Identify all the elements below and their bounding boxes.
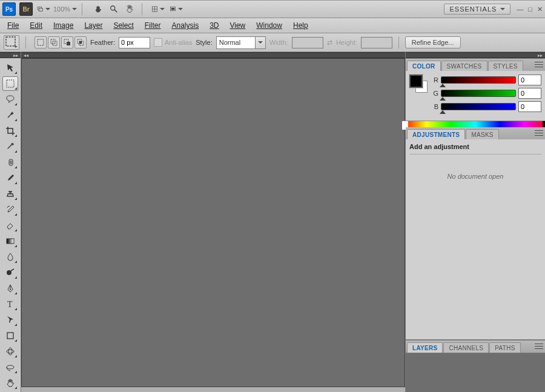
svg-rect-9 bbox=[6, 37, 15, 46]
marquee-tool-icon[interactable] bbox=[2, 76, 18, 91]
menu-analysis[interactable]: Analysis bbox=[167, 19, 203, 32]
blur-tool-icon[interactable] bbox=[2, 250, 18, 264]
workspace-switcher[interactable]: ESSENTIALS bbox=[444, 4, 510, 15]
svg-rect-14 bbox=[67, 42, 70, 45]
eraser-tool-icon[interactable] bbox=[2, 218, 18, 233]
hand-tool-icon[interactable] bbox=[2, 376, 18, 390]
style-select[interactable]: Normal bbox=[216, 36, 266, 49]
right-panels-collapse-bar[interactable]: ▸▸ bbox=[406, 52, 545, 58]
menu-select[interactable]: Select bbox=[108, 19, 138, 32]
g-input[interactable] bbox=[518, 88, 541, 99]
tab-adjustments[interactable]: ADJUSTMENTS bbox=[407, 129, 465, 139]
color-panel: COLOR SWATCHES STYLES R bbox=[406, 58, 545, 127]
canvas-area bbox=[21, 58, 405, 387]
svg-rect-29 bbox=[7, 333, 13, 339]
svg-rect-24 bbox=[7, 239, 14, 244]
r-input[interactable] bbox=[518, 75, 541, 85]
shape-tool-icon[interactable] bbox=[2, 328, 18, 343]
tab-color[interactable]: COLOR bbox=[407, 61, 441, 71]
eyedropper-tool-icon[interactable] bbox=[2, 139, 18, 154]
menu-window[interactable]: Window bbox=[251, 19, 287, 32]
menu-layer[interactable]: Layer bbox=[79, 19, 107, 32]
menu-filter[interactable]: Filter bbox=[140, 19, 166, 32]
maximize-button[interactable]: □ bbox=[528, 5, 532, 13]
b-input[interactable] bbox=[518, 101, 541, 112]
feather-label: Feather: bbox=[90, 39, 115, 46]
move-tool-icon[interactable] bbox=[2, 61, 18, 75]
lasso-tool-icon[interactable] bbox=[2, 92, 18, 107]
style-label: Style: bbox=[196, 39, 213, 46]
menu-help[interactable]: Help bbox=[288, 19, 313, 32]
adjustments-panel-menu-icon[interactable] bbox=[535, 129, 543, 136]
menu-3d[interactable]: 3D bbox=[205, 19, 223, 32]
zoom-display[interactable]: 100% bbox=[53, 5, 77, 13]
g-label: G bbox=[432, 90, 438, 97]
b-label: B bbox=[432, 103, 438, 110]
close-button[interactable]: ✕ bbox=[537, 5, 543, 13]
status-bar bbox=[21, 387, 405, 392]
svg-point-2 bbox=[111, 6, 115, 10]
document-tabs-bar[interactable]: ◂◂ bbox=[21, 52, 405, 58]
magic-wand-tool-icon[interactable] bbox=[2, 108, 18, 122]
zoom-tool-icon[interactable] bbox=[107, 2, 121, 16]
svg-point-30 bbox=[7, 350, 14, 353]
layers-panel-menu-icon[interactable] bbox=[535, 342, 543, 350]
tool-preset-picker[interactable] bbox=[4, 35, 19, 50]
add-selection-icon[interactable] bbox=[48, 36, 60, 48]
tools-collapse-bar[interactable]: ▸▸ bbox=[0, 52, 21, 58]
tab-channels[interactable]: CHANNELS bbox=[443, 342, 489, 353]
dodge-tool-icon[interactable] bbox=[2, 265, 18, 280]
menu-view[interactable]: View bbox=[225, 19, 250, 32]
history-brush-tool-icon[interactable] bbox=[2, 202, 18, 217]
crop-tool-icon[interactable] bbox=[2, 124, 18, 138]
launch-minibridge-icon[interactable] bbox=[36, 2, 51, 16]
height-label: Height: bbox=[336, 39, 357, 46]
svg-point-25 bbox=[7, 270, 12, 275]
healing-brush-tool-icon[interactable] bbox=[2, 155, 18, 170]
antialias-checkbox: Anti-alias bbox=[154, 38, 192, 47]
fg-bg-swatches[interactable] bbox=[409, 75, 428, 93]
color-panel-menu-icon[interactable] bbox=[535, 61, 543, 68]
application-bar: Ps Br 100% ESSENTIALS — □ ✕ bbox=[0, 1, 545, 18]
tab-paths[interactable]: PATHS bbox=[489, 342, 520, 353]
new-selection-icon[interactable] bbox=[35, 36, 47, 48]
foreground-color-swatch[interactable] bbox=[409, 75, 423, 88]
intersect-selection-icon[interactable] bbox=[74, 36, 87, 48]
arrange-documents-icon[interactable] bbox=[151, 2, 165, 16]
photoshop-icon[interactable]: Ps bbox=[2, 2, 16, 16]
gradient-tool-icon[interactable] bbox=[2, 234, 18, 248]
menu-edit[interactable]: Edit bbox=[25, 19, 47, 32]
refine-edge-button[interactable]: Refine Edge... bbox=[405, 36, 461, 48]
options-bar: Feather: Anti-alias Style: Normal Width:… bbox=[0, 33, 545, 52]
subtract-selection-icon[interactable] bbox=[61, 36, 73, 48]
tab-layers[interactable]: LAYERS bbox=[407, 342, 443, 353]
brush-tool-icon[interactable] bbox=[2, 171, 18, 185]
svg-rect-18 bbox=[7, 80, 14, 87]
adjustments-empty-message: No document open bbox=[409, 173, 541, 180]
r-slider[interactable] bbox=[441, 76, 516, 84]
bridge-icon[interactable]: Br bbox=[19, 2, 33, 16]
3d-rotate-tool-icon[interactable] bbox=[2, 344, 18, 359]
tab-styles[interactable]: STYLES bbox=[488, 61, 523, 71]
menu-file[interactable]: File bbox=[2, 19, 24, 32]
b-slider[interactable] bbox=[441, 103, 516, 110]
rotate-view-icon[interactable] bbox=[122, 2, 137, 16]
3d-camera-tool-icon[interactable] bbox=[2, 360, 18, 374]
g-slider[interactable] bbox=[441, 90, 516, 97]
pen-tool-icon[interactable] bbox=[2, 281, 18, 296]
layers-panel-body bbox=[406, 353, 545, 392]
hand-tool-icon[interactable] bbox=[91, 2, 105, 16]
svg-point-32 bbox=[7, 365, 14, 369]
clone-stamp-tool-icon[interactable] bbox=[2, 187, 18, 201]
path-selection-tool-icon[interactable] bbox=[2, 313, 18, 327]
feather-input[interactable] bbox=[119, 37, 150, 48]
layers-panel: LAYERS CHANNELS PATHS bbox=[406, 340, 545, 353]
type-tool-icon[interactable]: T bbox=[2, 297, 18, 311]
screen-mode-icon[interactable] bbox=[169, 2, 183, 16]
svg-point-31 bbox=[8, 348, 12, 355]
tab-swatches[interactable]: SWATCHES bbox=[441, 61, 487, 71]
minimize-button[interactable]: — bbox=[517, 5, 523, 13]
svg-rect-10 bbox=[38, 39, 44, 45]
menu-image[interactable]: Image bbox=[48, 19, 78, 32]
tab-masks[interactable]: MASKS bbox=[466, 129, 499, 139]
